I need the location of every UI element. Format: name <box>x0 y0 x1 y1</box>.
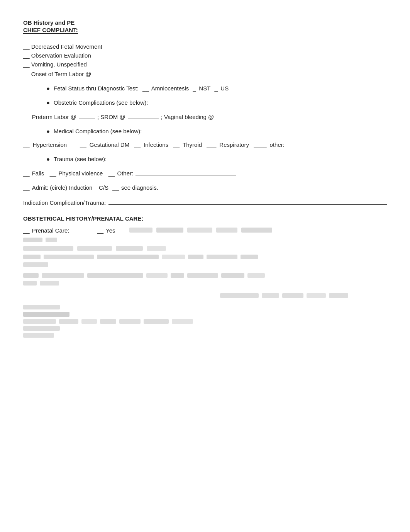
obstetrical-history-heading: OBSTETRICAL HISTORY/PRENATAL CARE: <box>23 215 387 222</box>
trauma-heading: ● Trauma (see below): <box>46 156 387 162</box>
blurred-field-2 <box>156 228 183 233</box>
blurred-field-4 <box>216 228 237 233</box>
label-admit: Admit: (circle) Induction C/S <box>32 184 108 191</box>
indication-label: Indication Complication/Trauma: <box>23 199 106 206</box>
label-vomiting: Vomiting, Unspecified <box>31 61 87 68</box>
blurred-row-1 <box>23 238 387 242</box>
checkbox-hypertension[interactable]: __ <box>23 141 30 148</box>
blurred-row-9 <box>23 326 387 331</box>
checkbox-decreased-fetal[interactable]: __ <box>23 43 30 50</box>
label-infections: Infections <box>144 141 168 148</box>
blurred-row-3 <box>23 255 387 259</box>
indication-line: Indication Complication/Trauma: <box>23 199 387 206</box>
obstetric-label: Obstetric Complications (see below): <box>54 99 148 106</box>
label-onset-labor: Onset of Term Labor @ <box>31 71 91 77</box>
admit-line: __ Admit: (circle) Induction C/S __ see … <box>23 184 387 191</box>
indication-blank[interactable] <box>108 199 387 205</box>
label-vaginal-bleeding: ; Vaginal bleeding @ <box>161 114 214 120</box>
label-gestational-dm: Gestational DM <box>90 141 129 148</box>
chief-compliant-heading: CHIEF COMPLIANT: <box>23 27 78 34</box>
obstetric-heading: ● Obstetric Complications (see below): <box>46 99 387 106</box>
blurred-content-area <box>23 238 387 338</box>
onset-labor-blank[interactable] <box>93 70 124 76</box>
medical-bullet: ● <box>46 128 50 134</box>
label-prenatal: Prenatal Care: <box>32 227 69 234</box>
label-us: US <box>220 85 229 92</box>
checkbox-admit[interactable]: __ <box>23 184 30 191</box>
blank-preterm[interactable] <box>79 113 95 119</box>
medical-options-line: __ Hypertension __ Gestational DM __ Inf… <box>23 141 387 148</box>
blurred-row-3b <box>23 262 387 267</box>
checkbox-physical-violence[interactable]: __ <box>46 170 56 177</box>
checkbox-observation-eval[interactable]: __ <box>23 52 30 59</box>
medical-label: Medical Complication (see below): <box>54 128 142 134</box>
trauma-section: ● Trauma (see below): <box>46 156 387 162</box>
blurred-row-6 <box>23 305 387 309</box>
checkbox-other-trauma[interactable]: __ <box>105 170 115 177</box>
checkbox-other-medical[interactable]: ____ <box>252 141 267 148</box>
label-amniocentesis: Amniocentesis <box>151 85 189 92</box>
checkbox-see-diagnosis[interactable]: __ <box>111 184 119 191</box>
checkbox-falls[interactable]: __ <box>23 170 30 177</box>
label-see-diagnosis: see diagnosis. <box>121 184 158 191</box>
trauma-label: Trauma (see below): <box>54 156 107 162</box>
checkbox-gestational-dm[interactable]: __ <box>80 141 86 148</box>
label-observation-eval: Observation Evaluation <box>31 52 91 59</box>
medical-heading: ● Medical Complication (see below): <box>46 128 387 134</box>
label-other-trauma: Other: <box>117 170 133 177</box>
checkbox-respiratory[interactable]: ___ <box>205 141 216 148</box>
list-item-vomiting: __ Vomiting, Unspecified <box>23 61 387 68</box>
checkbox-thyroid[interactable]: __ <box>171 141 180 148</box>
checkbox-infections[interactable]: __ <box>132 141 141 148</box>
blurred-row-8 <box>23 319 387 324</box>
fetal-status-label: Fetal Status thru Diagnostic Test: <box>54 85 139 92</box>
trauma-options-line: __ Falls __ Physical violence __ Other: <box>23 169 387 177</box>
fetal-status-section: ● Fetal Status thru Diagnostic Test: __ … <box>46 85 387 92</box>
checkbox-amniocentesis[interactable]: __ <box>141 85 149 92</box>
label-physical-violence: Physical violence <box>58 170 103 177</box>
blank-srom[interactable] <box>128 113 159 119</box>
blurred-field-3 <box>187 228 212 233</box>
blurred-field-5 <box>241 228 272 233</box>
blurred-row-7 <box>23 312 387 317</box>
checkbox-vaginal-blank[interactable]: __ <box>216 114 223 120</box>
checkbox-onset-labor[interactable]: __ <box>23 71 30 77</box>
list-item-decreased-fetal: __ Decreased Fetal Movement <box>23 43 387 50</box>
blurred-field-1 <box>129 228 152 233</box>
medical-section: ● Medical Complication (see below): <box>46 128 387 134</box>
checkbox-nst[interactable]: _ <box>191 85 197 92</box>
blurred-row-4b <box>23 281 387 286</box>
blurred-row-5 <box>23 293 387 298</box>
checkbox-prenatal-yes[interactable]: __ <box>97 227 103 234</box>
blank-other-trauma[interactable] <box>136 169 236 175</box>
label-other-medical: other: <box>270 141 285 148</box>
blurred-row-2 <box>23 246 387 251</box>
label-falls: Falls <box>32 170 44 177</box>
list-item-observation-eval: __ Observation Evaluation <box>23 52 387 59</box>
fetal-bullet: ● <box>46 85 50 92</box>
label-hypertension: Hypertension <box>33 141 67 148</box>
obstetric-section: ● Obstetric Complications (see below): <box>46 99 387 106</box>
fetal-status-line: ● Fetal Status thru Diagnostic Test: __ … <box>46 85 387 92</box>
label-srom: ; SROM @ <box>97 114 125 120</box>
page-title: OB History and PE <box>23 19 387 26</box>
checkbox-prenatal[interactable]: __ <box>23 227 30 234</box>
blurred-row-4 <box>23 273 387 278</box>
label-decreased-fetal: Decreased Fetal Movement <box>31 43 102 50</box>
list-item-onset-labor: __ Onset of Term Labor @ <box>23 70 387 77</box>
label-nst: NST <box>199 85 210 92</box>
obstetric-fields-line: __ Preterm Labor @ ; SROM @ ; Vaginal bl… <box>23 113 387 120</box>
label-preterm: Preterm Labor @ <box>32 114 76 120</box>
checkbox-vomiting[interactable]: __ <box>23 61 30 68</box>
checkbox-us[interactable]: _ <box>213 85 218 92</box>
obstetric-bullet: ● <box>46 99 50 106</box>
label-respiratory: Respiratory <box>219 141 249 148</box>
prenatal-care-line: __ Prenatal Care: __ Yes <box>23 227 387 234</box>
blurred-row-10 <box>23 333 387 338</box>
chief-compliant-section: __ Decreased Fetal Movement __ Observati… <box>23 43 387 77</box>
trauma-bullet: ● <box>46 156 50 162</box>
label-thyroid: Thyroid <box>183 141 202 148</box>
label-prenatal-yes: Yes <box>106 227 115 234</box>
checkbox-preterm[interactable]: __ <box>23 114 30 120</box>
